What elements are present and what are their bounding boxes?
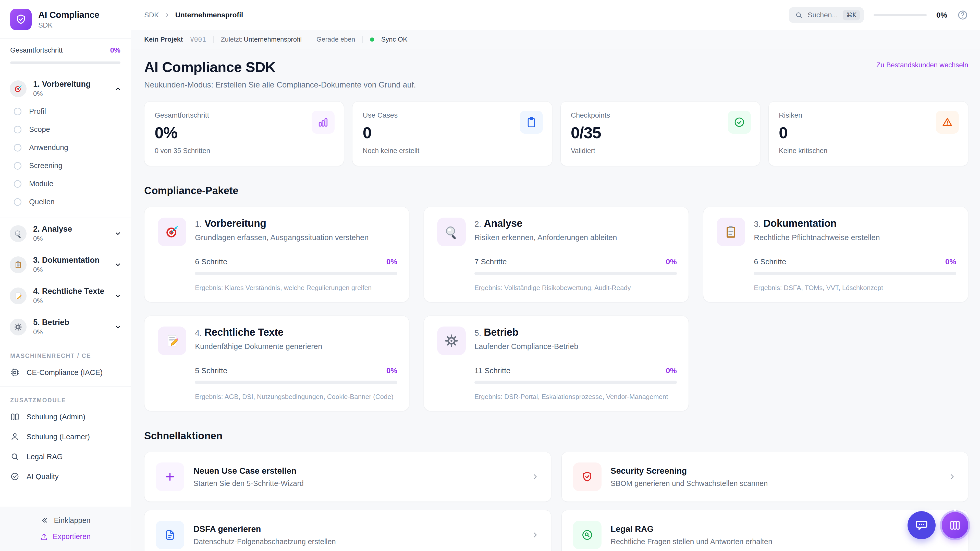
package-card-betrieb[interactable]: 5.Betrieb Laufender Compliance-Betrieb 1… xyxy=(424,316,689,411)
memo-emoji-icon xyxy=(10,287,27,304)
shield-check-icon xyxy=(573,462,601,491)
columns-icon xyxy=(948,519,961,532)
sidebar: AI Compliance SDK Gesamtfortschritt 0% 1… xyxy=(0,0,131,551)
breadcrumb-sdk[interactable]: SDK xyxy=(144,11,159,19)
overall-progress-bar xyxy=(10,62,121,64)
chevron-right-icon xyxy=(531,530,540,540)
sync-status: Sync OK xyxy=(381,35,407,43)
board-view-button[interactable] xyxy=(942,512,968,538)
step-radio-icon xyxy=(14,144,21,151)
help-button[interactable] xyxy=(957,10,968,21)
step-radio-icon xyxy=(14,162,21,170)
version-badge: V001 xyxy=(190,36,206,43)
search-placeholder: Suchen... xyxy=(808,11,838,19)
magnifier-emoji-icon xyxy=(10,225,27,242)
quick-action-dsfa-generieren[interactable]: DSFA generieren Datenschutz-Folgenabscha… xyxy=(144,510,551,551)
shield-check-icon xyxy=(15,14,27,25)
search-icon xyxy=(10,452,19,461)
floating-buttons xyxy=(907,511,968,539)
search-shortcut-badge: ⌘K xyxy=(843,10,860,21)
clipboard-emoji-icon xyxy=(10,256,27,273)
chat-button[interactable] xyxy=(907,511,935,539)
package-card-rechtliche-texte[interactable]: 4.Rechtliche Texte Kundenfähige Dokument… xyxy=(144,316,409,411)
overall-progress-value: 0% xyxy=(110,46,121,54)
switch-to-existing-customers-link[interactable]: Zu Bestandskunden wechseln xyxy=(877,61,968,69)
sidebar-group-rechtliche-texte: 4. Rechtliche Texte 0% xyxy=(0,280,130,311)
stat-card-use-cases: Use Cases 0 Noch keine erstellt xyxy=(352,101,552,166)
package-card-analyse[interactable]: 2.Analyse Risiken erkennen, Anforderunge… xyxy=(424,206,689,302)
gear-emoji-icon xyxy=(10,319,27,335)
magnifier-emoji-icon xyxy=(437,218,466,246)
quick-action-new-use-case[interactable]: Neuen Use Case erstellen Starten Sie den… xyxy=(144,452,551,502)
package-progress-bar xyxy=(754,272,956,275)
sidebar-item-schulung-admin[interactable]: Schulung (Admin) xyxy=(0,407,130,427)
breadcrumb-current: Unternehmensprofil xyxy=(175,11,243,19)
sidebar-item-ai-quality[interactable]: AI Quality xyxy=(0,467,130,486)
page-title: AI Compliance SDK xyxy=(144,59,275,75)
group-progress: 0% xyxy=(33,90,107,98)
project-name: Kein Projekt xyxy=(144,35,183,43)
quick-action-security-screening[interactable]: Security Screening SBOM generieren und S… xyxy=(562,452,969,502)
sidebar-group-dokumentation: 3. Dokumentation 0% xyxy=(0,249,130,280)
sidebar-item-quellen[interactable]: Quellen xyxy=(11,193,122,211)
overall-progress-label: Gesamtfortschritt xyxy=(10,46,63,54)
clipboard-emoji-icon xyxy=(717,218,745,246)
export-button[interactable]: Exportieren xyxy=(40,532,91,541)
sidebar-group-header-dokumentation[interactable]: 3. Dokumentation 0% xyxy=(10,256,122,274)
sidebar-item-ce-compliance[interactable]: CE-Compliance (IACE) xyxy=(0,362,130,383)
stat-card-gesamtfortschritt: Gesamtfortschritt 0% 0 von 35 Schritten xyxy=(144,101,344,166)
stat-card-risiken: Risiken 0 Keine kritischen xyxy=(768,101,968,166)
stat-cards: Gesamtfortschritt 0% 0 von 35 Schritten … xyxy=(144,101,968,166)
sidebar-section-zusatzmodule: ZUSATZMODULE Schulung (Admin) Schulung (… xyxy=(0,387,130,491)
sidebar-group-header-vorbereitung[interactable]: 1. Vorbereitung 0% xyxy=(10,79,122,98)
file-text-icon xyxy=(156,521,184,549)
package-progress-bar xyxy=(474,272,677,275)
target-emoji-icon xyxy=(10,80,27,97)
search-button[interactable]: Suchen... ⌘K xyxy=(789,7,864,23)
plus-icon xyxy=(156,462,184,491)
section-title: ZUSATZMODULE xyxy=(0,390,130,407)
sidebar-group-header-betrieb[interactable]: 5. Betrieb 0% xyxy=(10,318,122,336)
stat-card-checkpoints: Checkpoints 0/35 Validiert xyxy=(560,101,760,166)
collapse-sidebar-button[interactable]: Einklappen xyxy=(40,516,91,525)
bar-chart-icon xyxy=(312,111,334,134)
group-label: 1. Vorbereitung xyxy=(33,79,107,89)
header-progress-value: 0% xyxy=(936,11,947,19)
sidebar-item-module[interactable]: Module xyxy=(11,175,122,193)
last-saved-time: Gerade eben xyxy=(317,35,355,43)
memo-emoji-icon xyxy=(158,327,186,355)
divider xyxy=(363,36,363,43)
sidebar-group-children: Profil Scope Anwendung Screening Module … xyxy=(10,98,122,211)
sidebar-overall-progress: Gesamtfortschritt 0% xyxy=(0,38,130,73)
clipboard-icon xyxy=(520,111,543,134)
sidebar-group-header-rechtliche-texte[interactable]: 4. Rechtliche Texte 0% xyxy=(10,287,122,305)
last-value: Unternehmensprofil xyxy=(244,35,302,43)
chevron-up-icon xyxy=(114,85,122,93)
sidebar-item-legal-rag[interactable]: Legal RAG xyxy=(0,447,130,467)
package-card-dokumentation[interactable]: 3.Dokumentation Rechtliche Pflichtnachwe… xyxy=(703,206,968,302)
chevron-down-icon xyxy=(114,292,122,300)
package-progress-bar xyxy=(195,272,397,275)
upload-icon xyxy=(40,533,48,541)
sidebar-nav: 1. Vorbereitung 0% Profil Scope Anwendun… xyxy=(0,73,130,507)
app-logo-block: AI Compliance SDK xyxy=(0,0,130,38)
package-card-vorbereitung[interactable]: 1.Vorbereitung Grundlagen erfassen, Ausg… xyxy=(144,206,409,302)
step-radio-icon xyxy=(14,180,21,188)
quick-action-legal-rag[interactable]: Legal RAG Rechtliche Fragen stellen und … xyxy=(562,510,969,551)
sidebar-item-schulung-learner[interactable]: Schulung (Learner) xyxy=(0,427,130,447)
quick-actions-heading: Schnellaktionen xyxy=(144,430,968,441)
chevrons-left-icon xyxy=(40,516,49,525)
chevron-down-icon xyxy=(114,323,122,331)
sidebar-item-scope[interactable]: Scope xyxy=(11,121,122,138)
sidebar-group-header-analyse[interactable]: 2. Analyse 0% xyxy=(10,224,122,243)
sidebar-item-profil[interactable]: Profil xyxy=(11,102,122,121)
chevron-down-icon xyxy=(114,261,122,269)
chevron-right-icon xyxy=(164,12,170,18)
chevron-down-icon xyxy=(114,230,122,238)
sidebar-item-anwendung[interactable]: Anwendung xyxy=(11,138,122,157)
book-open-icon xyxy=(10,412,19,421)
sidebar-group-analyse: 2. Analyse 0% xyxy=(0,218,130,249)
sidebar-item-screening[interactable]: Screening xyxy=(11,157,122,175)
warning-triangle-icon xyxy=(936,111,959,134)
package-progress-bar xyxy=(474,381,677,384)
